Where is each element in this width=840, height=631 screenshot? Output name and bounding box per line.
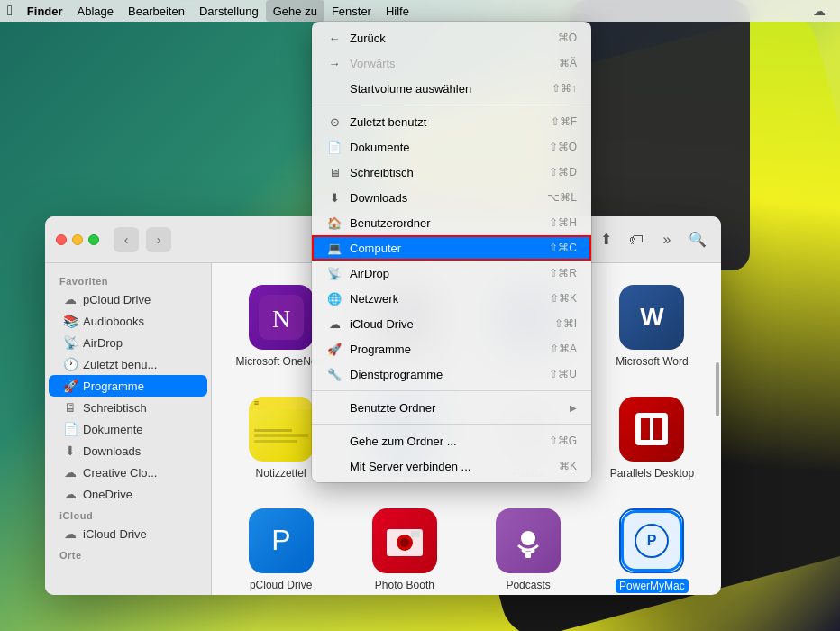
gehe-zu-dropdown: ← Zurück ⌘Ö → Vorwärts ⌘Ä Startvolume au… [312, 22, 591, 482]
menu-netzwerk[interactable]: 🌐 Netzwerk ⇧⌘K [312, 286, 591, 311]
icloud-menu-icon: ☁ [326, 316, 342, 332]
menu-programme[interactable]: 🚀 Programme ⇧⌘A [312, 336, 591, 361]
sidebar-label: iCloud Drive [83, 527, 147, 541]
menu-schreibtisch[interactable]: 🖥 Schreibtisch ⇧⌘D [312, 160, 591, 185]
notizzettel-icon: ≡ [249, 397, 314, 462]
airdrop-shortcut: ⇧⌘R [549, 267, 577, 279]
menu-icloud[interactable]: ☁ iCloud Drive ⇧⌘I [312, 311, 591, 336]
sidebar-label: Zuletzt benu... [83, 358, 157, 371]
pcloud-label: pCloud Drive [250, 579, 312, 591]
menubar-ablage[interactable]: Ablage [70, 0, 121, 22]
menubar-bearbeiten[interactable]: Bearbeiten [121, 0, 192, 22]
creative-icon: ☁ [63, 465, 78, 480]
orte-label: Orte [45, 544, 211, 562]
sidebar-item-icloud-drive[interactable]: ☁ iCloud Drive [49, 523, 207, 544]
pcloud-app-icon: P [249, 508, 314, 573]
zuruck-icon: ← [326, 30, 342, 46]
startvolume-shortcut: ⇧⌘↑ [552, 82, 577, 95]
onenote-icon: N [249, 285, 314, 350]
zuruck-label: Zurück [350, 32, 558, 45]
menu-airdrop[interactable]: 📡 AirDrop ⇧⌘R [312, 261, 591, 286]
sidebar-item-audiobooks[interactable]: 📚 Audiobooks [49, 310, 207, 332]
netzwerk-icon: 🌐 [326, 290, 342, 306]
sidebar-item-recent[interactable]: 🕐 Zuletzt benu... [49, 353, 207, 375]
menubar:  Finder Ablage Bearbeiten Darstellung G… [0, 0, 840, 22]
menubar-hilfe[interactable]: Hilfe [379, 0, 416, 22]
programme-shortcut: ⇧⌘A [550, 343, 577, 355]
menu-dienstprogramme[interactable]: 🔧 Dienstprogramme ⇧⌘U [312, 361, 591, 387]
downloads-menu-icon: ⬇ [326, 189, 342, 206]
sidebar-label: AirDrop [83, 336, 123, 350]
menu-mit-server[interactable]: Mit Server verbinden ... ⌘K [312, 453, 591, 479]
menu-zuruck[interactable]: ← Zurück ⌘Ö [312, 25, 591, 50]
menu-gehe-zum-ordner[interactable]: Gehe zum Ordner ... ⇧⌘G [312, 428, 591, 453]
sidebar-item-creative[interactable]: ☁ Creative Clo... [49, 462, 207, 483]
sidebar-item-schreibtisch[interactable]: 🖥 Schreibtisch [49, 397, 207, 418]
photobooth-icon [372, 508, 437, 573]
close-button[interactable] [56, 234, 67, 245]
scroll-indicator [716, 362, 719, 416]
menu-dokumente[interactable]: 📄 Dokumente ⇧⌘O [312, 134, 591, 160]
app-powermymac[interactable]: P PowerMyMac [598, 501, 707, 595]
app-parallels[interactable]: Parallels Desktop [598, 389, 707, 487]
menu-downloads[interactable]: ⬇ Downloads ⌥⌘L [312, 185, 591, 210]
pcloud-icon: ☁ [63, 292, 78, 306]
downloads-label: Downloads [350, 191, 547, 205]
minimize-button[interactable] [72, 234, 83, 245]
menu-benutzte-ordner[interactable]: Benutzte Ordner [312, 395, 591, 420]
menu-zuletzt[interactable]: ⊙ Zuletzt benutzt ⇧⌘F [312, 109, 591, 134]
tag-icon[interactable]: 🏷 [624, 227, 649, 252]
share-icon[interactable]: ⬆ [593, 227, 618, 252]
sidebar-label: Creative Clo... [83, 466, 157, 480]
menu-vorwarts[interactable]: → Vorwärts ⌘Ä [312, 50, 591, 76]
audiobooks-icon: 📚 [63, 314, 78, 328]
zuruck-shortcut: ⌘Ö [558, 32, 577, 44]
svg-rect-17 [525, 553, 531, 558]
more-icon[interactable]: » [654, 227, 680, 252]
back-button[interactable]: ‹ [114, 227, 139, 252]
app-podcasts[interactable]: Podcasts [474, 501, 583, 595]
schreibtisch-shortcut: ⇧⌘D [549, 166, 577, 178]
mit-server-shortcut: ⌘K [559, 460, 577, 472]
svg-text:P: P [271, 524, 290, 556]
menubar-gehe-zu[interactable]: Gehe zu [266, 0, 324, 22]
app-photobooth[interactable]: Photo Booth [350, 501, 459, 595]
maximize-button[interactable] [88, 234, 99, 245]
sidebar-item-onedrive[interactable]: ☁ OneDrive [49, 483, 207, 505]
parallels-label: Parallels Desktop [610, 467, 694, 480]
downloads-icon: ⬇ [63, 444, 78, 458]
sidebar-item-pcloud[interactable]: ☁ pCloud Drive [49, 288, 207, 310]
sidebar-item-dokumente[interactable]: 📄 Dokumente [49, 418, 207, 440]
search-icon[interactable]: 🔍 [685, 227, 710, 252]
netzwerk-label: Netzwerk [350, 292, 550, 306]
powermymac-icon: P [619, 508, 684, 573]
vorwarts-icon: → [326, 55, 342, 71]
computer-menu-icon: 💻 [326, 240, 342, 256]
vorwarts-shortcut: ⌘Ä [559, 57, 577, 69]
menu-benutzerordner[interactable]: 🏠 Benutzerordner ⇧⌘H [312, 210, 591, 235]
zuletzt-icon: ⊙ [326, 114, 342, 130]
sidebar-item-downloads[interactable]: ⬇ Downloads [49, 440, 207, 462]
powermymac-label: PowerMyMac [616, 579, 689, 593]
app-word[interactable]: W Microsoft Word [598, 278, 707, 375]
sidebar-item-programme[interactable]: 🚀 Programme [49, 375, 207, 397]
programme-menu-icon: 🚀 [326, 341, 342, 357]
app-pcloud[interactable]: P pCloud Drive [226, 501, 335, 595]
dienstprogramme-shortcut: ⇧⌘U [549, 368, 577, 380]
startvolume-icon [326, 80, 342, 96]
benutzerordner-shortcut: ⇧⌘H [549, 216, 577, 229]
menubar-finder[interactable]: Finder [20, 0, 70, 22]
schreibtisch-menu-icon: 🖥 [326, 164, 342, 180]
gehe-zum-ordner-shortcut: ⇧⌘G [549, 434, 577, 447]
apple-menu-icon[interactable]:  [7, 3, 13, 19]
menu-startvolume[interactable]: Startvolume auswählen ⇧⌘↑ [312, 76, 591, 101]
menubar-darstellung[interactable]: Darstellung [192, 0, 266, 22]
sidebar-label: Schreibtisch [83, 401, 147, 415]
benutzte-ordner-icon [326, 399, 342, 416]
menubar-fenster[interactable]: Fenster [324, 0, 379, 22]
menu-computer[interactable]: 💻 Computer ⇧⌘C [312, 235, 591, 261]
svg-point-14 [400, 538, 409, 547]
mit-server-label: Mit Server verbinden ... [350, 460, 559, 473]
sidebar-item-airdrop[interactable]: 📡 AirDrop [49, 332, 207, 353]
forward-button[interactable]: › [146, 227, 171, 252]
